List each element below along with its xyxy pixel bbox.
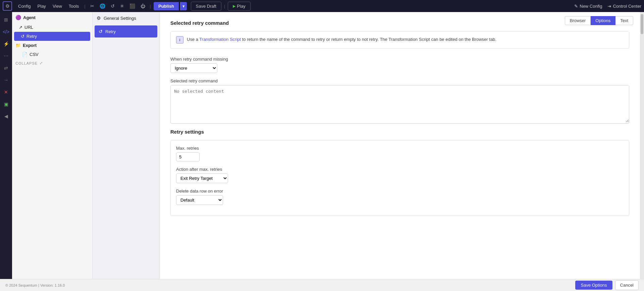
right-scrollbar[interactable] [640, 12, 644, 279]
scroll-thumb [641, 14, 643, 34]
selected-retry-command-textarea[interactable] [171, 85, 629, 122]
max-retries-label: Max. retries [176, 146, 624, 151]
cancel-button[interactable]: Cancel [615, 280, 639, 290]
retry-nav-icon: ↺ [99, 29, 103, 34]
action-after-label: Action after max. retries [176, 167, 624, 172]
globe-icon[interactable]: 🌐 [98, 2, 107, 10]
footer-right: Save Options Cancel [575, 280, 639, 290]
collapse-icon: ⤢ [40, 61, 43, 65]
sidebar-icon-close[interactable]: ✕ [1, 87, 11, 97]
tree-body: ↗ URL ↺ Retry 📁 Export 📄 CSV COLLAPSE ⤢ [12, 23, 92, 279]
csv-icon: 📄 [22, 52, 28, 57]
main-content: Browser Options Text Selected retry comm… [160, 12, 640, 279]
scissors-icon[interactable]: ✂ [88, 2, 96, 10]
max-retries-group: Max. retries [176, 146, 624, 161]
selected-retry-command-label: Selected retry command [170, 78, 629, 83]
collapse-bar[interactable]: COLLAPSE ⤢ [12, 59, 92, 67]
topnav: ⚙ Config Play View Tools | ✂ 🌐 ↺ ✳ ⬛ ⏻ |… [0, 0, 644, 12]
selected-retry-command-container [170, 85, 629, 124]
control-center-icon: ⇥ [607, 4, 611, 9]
screen-icon[interactable]: ⬛ [127, 2, 137, 10]
options-tab[interactable]: Options [591, 16, 615, 25]
content-wrap: ⚙ General Settings ↺ Retry Browser Optio… [93, 12, 644, 279]
topright-tabs: Browser Options Text [565, 16, 633, 25]
view-menu[interactable]: View [50, 2, 65, 10]
sidebar-icon-box[interactable]: ▣ [1, 99, 11, 109]
info-text: Use a Transformation Script to return th… [187, 36, 496, 44]
main-layout: ⊞ </> ⚡ ⋯ ⇄ → ✕ ▣ ◀ 🟣 Agent ↗ URL ↺ Retr… [0, 12, 644, 279]
topnav-right: ✎ New Config ⇥ Control Center [574, 4, 641, 9]
max-retries-input[interactable] [176, 152, 200, 161]
publish-dropdown-button[interactable]: ▾ [180, 2, 187, 10]
footer: © 2024 Sequentum | Version: 1.16.0 Save … [0, 279, 644, 291]
sidebar-icon-flow[interactable]: ⇄ [1, 63, 11, 73]
reload-icon[interactable]: ↺ [109, 2, 117, 10]
sidebar-icon-dots[interactable]: ⋯ [1, 51, 11, 61]
agent-label: Agent [23, 15, 36, 20]
gear-icon: ⚙ [97, 15, 101, 21]
play-menu[interactable]: Play [35, 2, 49, 10]
tools-menu[interactable]: Tools [66, 2, 82, 10]
copyright: © 2024 Sequentum | Version: 1.16.0 [5, 283, 65, 287]
sep2: | [150, 4, 151, 9]
url-icon: ↗ [19, 25, 22, 30]
app-logo: ⚙ [3, 1, 12, 11]
when-retry-missing-group: When retry command missing Ignore Error … [170, 57, 629, 73]
selected-retry-command-group: Selected retry command [170, 78, 629, 124]
sidebar-icon-code[interactable]: </> [1, 27, 11, 37]
tree-panel: 🟣 Agent ↗ URL ↺ Retry 📁 Export 📄 CSV COL… [12, 12, 93, 279]
text-tab[interactable]: Text [615, 16, 633, 25]
play-button[interactable]: ▶ Play [228, 2, 250, 11]
tree-item-csv[interactable]: 📄 CSV [12, 50, 92, 59]
middle-nav: ⚙ General Settings ↺ Retry [93, 12, 160, 279]
delete-data-row-group: Delete data row on error Default Yes No [176, 189, 624, 205]
sidebar-icon-bolt[interactable]: ⚡ [1, 39, 11, 49]
new-config-link[interactable]: ✎ New Config [574, 4, 602, 9]
agent-icon: 🟣 [15, 15, 21, 20]
tree-section-export[interactable]: 📁 Export [12, 41, 92, 50]
node-icon[interactable]: ✳ [118, 2, 126, 10]
retry-icon: ↺ [21, 34, 24, 39]
sep3: | [224, 4, 225, 9]
sep1: | [84, 4, 85, 9]
save-draft-button[interactable]: Save Draft [191, 2, 221, 11]
when-retry-missing-label: When retry command missing [170, 57, 629, 62]
config-menu[interactable]: Config [15, 2, 34, 10]
play-triangle-icon: ▶ [233, 4, 235, 8]
sidebar-icon-layout[interactable]: ⊞ [1, 15, 11, 25]
new-config-icon: ✎ [574, 4, 578, 9]
middle-nav-retry[interactable]: ↺ Retry [95, 25, 157, 38]
action-after-group: Action after max. retries Exit Retry Tar… [176, 167, 624, 183]
browser-tab[interactable]: Browser [565, 16, 591, 25]
info-highlight-span: Transformation Script [199, 37, 241, 42]
publish-button[interactable]: Publish [154, 2, 179, 10]
save-options-button[interactable]: Save Options [575, 281, 612, 290]
icon-sidebar: ⊞ </> ⚡ ⋯ ⇄ → ✕ ▣ ◀ [0, 12, 12, 279]
retry-settings-title: Retry settings [170, 129, 629, 135]
power-icon[interactable]: ⏻ [139, 2, 147, 10]
when-retry-missing-select[interactable]: Ignore Error Stop [170, 63, 217, 73]
tree-header: 🟣 Agent [12, 12, 92, 23]
info-box: i Use a Transformation Script to return … [170, 31, 629, 49]
sidebar-icon-arrow[interactable]: → [1, 75, 11, 85]
tree-item-retry[interactable]: ↺ Retry [14, 32, 90, 41]
sidebar-icon-export[interactable]: ◀ [1, 111, 11, 121]
delete-data-row-select[interactable]: Default Yes No [176, 195, 223, 205]
tree-item-url[interactable]: ↗ URL [12, 23, 92, 32]
delete-data-row-label: Delete data row on error [176, 189, 624, 194]
action-after-select[interactable]: Exit Retry Target Continue Stop [176, 173, 228, 183]
control-center-link[interactable]: ⇥ Control Center [607, 4, 641, 9]
selected-retry-command-title: Selected retry command [170, 20, 629, 26]
middle-nav-general-settings[interactable]: ⚙ General Settings [93, 12, 159, 24]
retry-settings-box: Max. retries Action after max. retries E… [170, 140, 629, 216]
export-folder-icon: 📁 [15, 43, 21, 48]
info-icon: i [176, 36, 183, 44]
